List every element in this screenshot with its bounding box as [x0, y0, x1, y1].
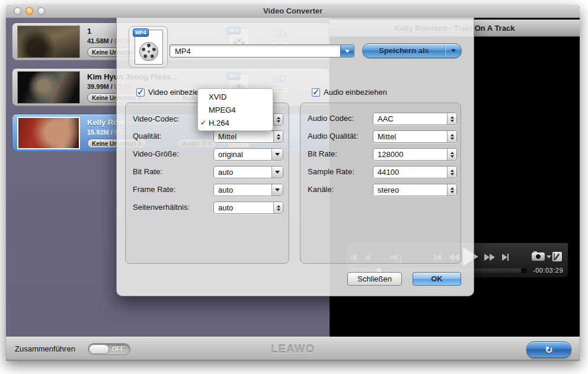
dropdown-arrow-icon[interactable] — [446, 49, 461, 52]
setting-row-video-size: Video-Größe: original — [126, 148, 289, 161]
ok-button[interactable]: OK — [413, 272, 461, 286]
audio-include-checkbox[interactable]: Audio einbeziehen — [312, 88, 387, 97]
mp4-badge: MP4 — [133, 28, 149, 37]
dropdown-arrow-icon[interactable] — [340, 45, 354, 57]
audio-codec-select[interactable]: AAC — [373, 113, 457, 125]
stepper-arrows-icon[interactable] — [447, 131, 456, 142]
checkmark-icon: ✓ — [198, 119, 209, 127]
quality-select[interactable]: Mittel — [213, 130, 283, 143]
window-title: Video Converter — [6, 7, 580, 15]
stepper-arrows-icon[interactable] — [447, 167, 456, 178]
dropdown-arrow-icon[interactable] — [271, 184, 283, 196]
setting-row-sample-rate: Sample Rate: 44100 — [301, 166, 461, 178]
format-select-value: MP4 — [170, 47, 340, 56]
stepper-arrows-icon[interactable] — [447, 113, 456, 124]
mp4-file-icon: MP4 — [135, 30, 163, 65]
stepper-arrows-icon[interactable] — [447, 184, 456, 196]
film-reel-icon — [139, 42, 158, 61]
leawo-logo: LEAWO — [6, 343, 580, 356]
bitrate-select[interactable]: auto — [213, 166, 283, 178]
sample-rate-select[interactable]: 44100 — [373, 166, 457, 178]
channels-select[interactable]: stereo — [373, 184, 457, 196]
setting-row-channels: Kanäle: stereo — [301, 184, 461, 196]
audio-settings-group: Audio Codec: AAC Audio Qualität: Mittel … — [300, 103, 461, 264]
video-thumbnail — [17, 117, 80, 149]
setting-row-audio-codec: Audio Codec: AAC — [301, 113, 461, 125]
format-icon-well: MP4 — [129, 26, 168, 68]
stepper-arrows-icon[interactable] — [447, 149, 456, 160]
dropdown-arrow-icon[interactable] — [271, 167, 283, 178]
video-size-select[interactable]: original — [213, 148, 283, 161]
stepper-arrows-icon[interactable] — [273, 202, 283, 213]
convert-refresh-button[interactable] — [526, 341, 571, 358]
video-thumbnail — [17, 25, 80, 58]
aspect-ratio-select[interactable]: auto — [213, 202, 283, 214]
screen: Video Converter Kelly Rowland - Train On… — [0, 0, 588, 374]
dropdown-arrow-icon[interactable] — [271, 149, 283, 160]
checkbox-checked-icon[interactable] — [136, 88, 145, 97]
menu-item-xvid[interactable]: XVID — [198, 90, 273, 103]
close-button[interactable]: Schließen — [347, 272, 402, 286]
menu-item-h264[interactable]: ✓H.264 — [198, 116, 273, 129]
setting-row-bitrate: Bit Rate: auto — [126, 166, 289, 178]
save-as-button[interactable]: Speichern als — [362, 43, 462, 58]
setting-row-aspect-ratio: Seitenverhältnis: auto — [126, 202, 289, 214]
main-content: Kelly Rowland - Train On A Track 00:00:0… — [6, 18, 580, 337]
titlebar[interactable]: Video Converter — [6, 5, 580, 18]
stepper-arrows-icon[interactable] — [273, 114, 283, 125]
fast-forward-icon[interactable] — [484, 254, 495, 261]
setting-row-audio-bitrate: Bit Rate: 128000 — [301, 148, 461, 161]
snapshot-camera-icon[interactable] — [532, 252, 551, 261]
edit-icon[interactable] — [552, 252, 562, 261]
audio-bitrate-select[interactable]: 128000 — [373, 148, 457, 161]
checkbox-checked-icon[interactable] — [312, 88, 320, 97]
video-title: 1 — [87, 27, 91, 36]
format-select[interactable]: MP4 — [170, 44, 354, 57]
next-icon[interactable] — [502, 254, 509, 261]
audio-quality-select[interactable]: Mittel — [373, 130, 457, 143]
setting-row-framerate: Frame Rate: auto — [126, 184, 289, 196]
menu-item-mpeg4[interactable]: MPEG4 — [198, 103, 273, 116]
bottom-toolbar: Zusammenführen OFF LEAWO — [6, 337, 580, 361]
settings-dialog: MP4 MP4 Speichern als Video einbeziehen — [116, 18, 474, 296]
codec-menu: XVID MPEG4 ✓H.264 — [197, 88, 273, 131]
app-window: Video Converter Kelly Rowland - Train On… — [6, 5, 580, 360]
framerate-select[interactable]: auto — [213, 184, 283, 196]
stepper-arrows-icon[interactable] — [273, 131, 283, 142]
video-thumbnail — [17, 71, 80, 104]
refresh-icon — [545, 344, 552, 356]
remaining-time: -00:03:29 — [533, 267, 563, 274]
setting-row-quality: Qualität: Mittel — [126, 130, 289, 143]
setting-row-audio-quality: Audio Qualität: Mittel — [301, 130, 461, 143]
